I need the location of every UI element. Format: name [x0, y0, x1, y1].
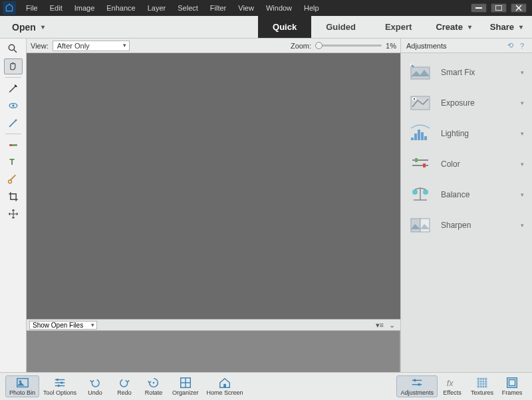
mode-tabs: QuickGuidedExpert [258, 16, 426, 38]
tool-zoom[interactable] [4, 41, 23, 57]
photo-bin-body[interactable] [27, 331, 400, 372]
sliders-icon [409, 155, 432, 173]
brush-icon [7, 116, 20, 130]
taskbar-tool-options[interactable]: Tool Options [39, 375, 80, 397]
maximize-button[interactable] [491, 3, 507, 13]
menu-filter[interactable]: Filter [204, 0, 232, 16]
tool-palette: T [0, 39, 27, 372]
taskbar-undo[interactable]: Undo [80, 375, 110, 397]
bin-filter-dropdown[interactable]: Show Open Files [29, 321, 97, 330]
taskbar-label: Organizer [172, 389, 199, 396]
svg-point-11 [410, 64, 412, 66]
close-button[interactable] [511, 3, 527, 13]
svg-rect-18 [421, 132, 424, 140]
bin-menu-icon[interactable]: ▾≡ [373, 321, 386, 330]
adjustment-label: Color [441, 159, 511, 169]
svg-rect-17 [418, 130, 420, 140]
svg-point-34 [61, 381, 63, 384]
taskbar: Photo BinTool OptionsUndoRedoRotateOrgan… [0, 372, 532, 400]
taskbar-organizer[interactable]: Organizer [168, 375, 203, 397]
tool-whiten[interactable] [4, 115, 23, 131]
tool-spot[interactable] [4, 171, 23, 187]
view-dropdown[interactable]: After Only [53, 41, 130, 51]
adjustment-balance[interactable]: Balance▾ [401, 179, 532, 210]
right-panel: Adjustments ⟲ ? Smart Fix▾Exposure▾Light… [400, 39, 532, 372]
reset-icon[interactable]: ⟲ [505, 41, 515, 50]
title-bar: FileEditImageEnhanceLayerSelectFilterVie… [0, 0, 532, 16]
menu-help[interactable]: Help [298, 0, 325, 16]
chevron-down-icon: ▾ [521, 100, 524, 106]
fx-icon: fx [446, 377, 459, 389]
menu-select[interactable]: Select [172, 0, 204, 16]
share-button[interactable]: Share [481, 16, 532, 38]
adjustment-smart-fix[interactable]: Smart Fix▾ [401, 57, 532, 88]
svg-rect-48 [509, 379, 515, 385]
minimize-button[interactable] [471, 3, 487, 13]
svg-rect-7 [9, 144, 12, 146]
taskbar-adjustments[interactable]: Adjustments [396, 375, 438, 397]
svg-point-36 [153, 382, 155, 384]
menu-enhance[interactable]: Enhance [100, 0, 141, 16]
balance-icon [409, 185, 432, 204]
taskbar-label: Rotate [145, 389, 163, 396]
adjustment-exposure[interactable]: Exposure▾ [401, 88, 532, 118]
share-label: Share [490, 22, 514, 32]
tool-crop[interactable] [4, 189, 23, 205]
zoom-slider[interactable] [315, 45, 382, 47]
svg-point-2 [9, 45, 14, 50]
zoom-slider-thumb[interactable] [315, 42, 323, 49]
taskbar-label: Effects [443, 389, 461, 396]
svg-rect-14 [414, 98, 415, 100]
adjustment-sharpen[interactable]: Sharpen▾ [401, 210, 532, 241]
menu-file[interactable]: File [20, 0, 44, 16]
magnifier-icon [7, 43, 20, 56]
mode-bar: Open QuickGuidedExpert Create Share [0, 16, 532, 39]
spot-icon [7, 173, 20, 186]
rotate-icon [147, 377, 160, 389]
open-label: Open [12, 22, 36, 33]
taskbar-frames[interactable]: Frames [497, 375, 527, 397]
tab-expert[interactable]: Expert [370, 16, 426, 38]
svg-rect-43 [414, 379, 416, 382]
taskbar-label: Adjustments [400, 389, 434, 396]
view-label: View: [31, 42, 49, 50]
taskbar-redo[interactable]: Redo [110, 375, 139, 397]
tool-quick-select[interactable] [4, 80, 23, 96]
canvas[interactable] [27, 53, 400, 319]
tab-guided[interactable]: Guided [311, 16, 370, 38]
menu-edit[interactable]: Edit [44, 0, 68, 16]
menu-view[interactable]: View [232, 0, 260, 16]
chevron-down-icon: ▾ [521, 222, 524, 229]
taskbar-effects[interactable]: fxEffects [438, 375, 467, 397]
open-button[interactable]: Open [0, 16, 57, 38]
menu-window[interactable]: Window [260, 0, 298, 16]
adjustments-title: Adjustments [406, 42, 447, 50]
taskbar-photo-bin[interactable]: Photo Bin [5, 375, 39, 397]
menu-image[interactable]: Image [68, 0, 101, 16]
adjust-icon [410, 377, 424, 389]
adjustment-color[interactable]: Color▾ [401, 149, 532, 179]
taskbar-label: Undo [88, 389, 102, 396]
wand-icon [7, 82, 20, 95]
tab-quick[interactable]: Quick [258, 16, 311, 38]
bin-collapse-icon[interactable]: ⌄ [386, 321, 398, 330]
taskbar-rotate[interactable]: Rotate [139, 375, 168, 397]
frame-icon [505, 377, 519, 389]
help-icon[interactable]: ? [517, 41, 527, 50]
split-photo-icon [409, 216, 432, 235]
crop-icon [7, 190, 20, 203]
menu-layer[interactable]: Layer [142, 0, 172, 16]
text-icon: T [7, 155, 20, 169]
taskbar-label: Tool Options [43, 389, 76, 396]
tool-blemish[interactable] [4, 137, 23, 153]
create-button[interactable]: Create [426, 16, 480, 38]
canvas-area: View: After Only Zoom: 1% Show Open File… [27, 39, 400, 372]
tool-hand[interactable] [4, 58, 23, 74]
options-icon [53, 377, 66, 389]
taskbar-home-screen[interactable]: Home Screen [203, 375, 247, 397]
tool-eye[interactable] [4, 98, 23, 114]
tool-move[interactable] [4, 206, 23, 222]
tool-text[interactable]: T [4, 154, 23, 170]
adjustment-lighting[interactable]: Lighting▾ [401, 118, 532, 149]
taskbar-textures[interactable]: Textures [467, 375, 497, 397]
